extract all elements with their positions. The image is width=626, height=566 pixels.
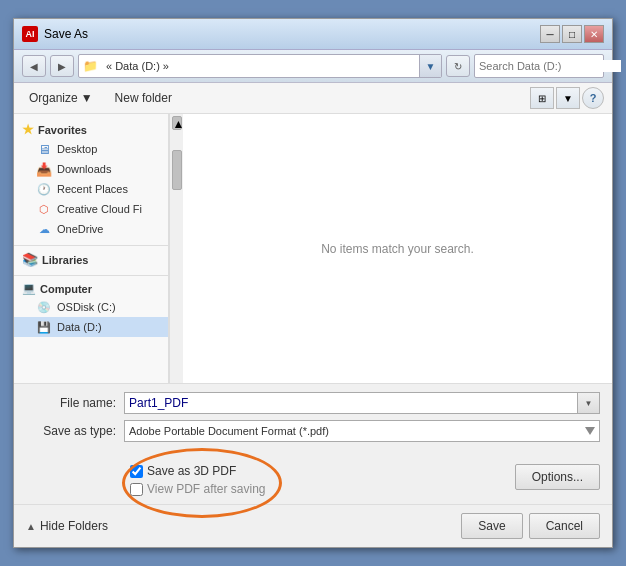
- title-bar-left: AI Save As: [22, 26, 88, 42]
- scroll-up-arrow[interactable]: ▲: [172, 116, 182, 130]
- viewpdf-checkbox[interactable]: [130, 483, 143, 496]
- main-content-area: No items match your search.: [183, 114, 612, 383]
- filename-row: File name: ▼: [26, 392, 600, 414]
- view-controls: ⊞ ▼ ?: [530, 87, 604, 109]
- close-button[interactable]: ✕: [584, 25, 604, 43]
- savetype-row: Save as type: Adobe Portable Document Fo…: [26, 420, 600, 442]
- options-button[interactable]: Options...: [515, 464, 600, 490]
- desktop-icon: 🖥: [36, 142, 52, 156]
- libraries-header: 📚 Libraries: [14, 248, 168, 269]
- organize-button[interactable]: Organize ▼: [22, 88, 100, 108]
- back-button[interactable]: ◀: [22, 55, 46, 77]
- empty-message: No items match your search.: [321, 242, 474, 256]
- title-bar: AI Save As ─ □ ✕: [14, 19, 612, 50]
- help-button[interactable]: ?: [582, 87, 604, 109]
- onedrive-icon: ☁: [36, 222, 52, 236]
- options-button-container: Options...: [515, 464, 600, 490]
- scrollbar-thumb[interactable]: [172, 150, 182, 190]
- forward-button[interactable]: ▶: [50, 55, 74, 77]
- sidebar-item-creative-cloud[interactable]: ⬡ Creative Cloud Fi: [14, 199, 168, 219]
- action-bar: Organize ▼ New folder ⊞ ▼ ?: [14, 83, 612, 114]
- sidebar-item-downloads[interactable]: 📥 Downloads: [14, 159, 168, 179]
- organize-label: Organize: [29, 91, 78, 105]
- address-bar[interactable]: 📁 ▼: [78, 54, 442, 78]
- new-folder-label: New folder: [115, 91, 172, 105]
- save3d-checkbox-item: Save as 3D PDF: [130, 464, 236, 478]
- divider-2: [14, 275, 168, 276]
- recent-places-icon: 🕐: [36, 182, 52, 196]
- save-as-dialog: AI Save As ─ □ ✕ ◀ ▶ 📁 ▼ ↻ 🔍 Organize ▼: [13, 18, 613, 548]
- content-area: ★ Favorites 🖥 Desktop 📥 Downloads 🕐 Rece…: [14, 114, 612, 384]
- computer-header: 💻 Computer: [14, 278, 168, 297]
- viewpdf-label: View PDF after saving: [147, 482, 266, 496]
- filename-dropdown[interactable]: ▼: [578, 392, 600, 414]
- downloads-icon: 📥: [36, 162, 52, 176]
- data-disk-icon: 💾: [36, 320, 52, 334]
- options-area: Options... Save as 3D PDF View PDF after…: [14, 456, 612, 504]
- cancel-button[interactable]: Cancel: [529, 513, 600, 539]
- computer-icon: 💻: [22, 282, 36, 295]
- view-button[interactable]: ⊞: [530, 87, 554, 109]
- refresh-button[interactable]: ↻: [446, 55, 470, 77]
- search-input[interactable]: [475, 60, 621, 72]
- minimize-button[interactable]: ─: [540, 25, 560, 43]
- sidebar-item-desktop[interactable]: 🖥 Desktop: [14, 139, 168, 159]
- organize-dropdown-icon: ▼: [81, 91, 93, 105]
- save3d-checkbox[interactable]: [130, 465, 143, 478]
- hide-folders-button[interactable]: ▲ Hide Folders: [26, 519, 108, 533]
- search-icon[interactable]: 🔍: [621, 60, 626, 73]
- address-toolbar: ◀ ▶ 📁 ▼ ↻ 🔍: [14, 50, 612, 83]
- filename-label: File name:: [26, 396, 116, 410]
- action-buttons: Save Cancel: [461, 513, 600, 539]
- filename-input[interactable]: [124, 392, 578, 414]
- triangle-icon: ▲: [26, 521, 36, 532]
- address-dropdown[interactable]: ▼: [419, 55, 441, 77]
- restore-button[interactable]: □: [562, 25, 582, 43]
- sidebar-item-data[interactable]: 💾 Data (D:): [14, 317, 168, 337]
- sidebar-item-osdisk[interactable]: 💿 OSDisk (C:): [14, 297, 168, 317]
- new-folder-button[interactable]: New folder: [108, 88, 179, 108]
- address-input[interactable]: [102, 60, 419, 72]
- app-icon: AI: [22, 26, 38, 42]
- main-pane: No items match your search.: [183, 114, 612, 383]
- title-controls: ─ □ ✕: [540, 25, 604, 43]
- save3d-label: Save as 3D PDF: [147, 464, 236, 478]
- view-dropdown[interactable]: ▼: [556, 87, 580, 109]
- sidebar: ★ Favorites 🖥 Desktop 📥 Downloads 🕐 Rece…: [14, 114, 169, 383]
- filename-input-wrapper: ▼: [124, 392, 600, 414]
- bottom-form: File name: ▼ Save as type: Adobe Portabl…: [14, 384, 612, 456]
- folder-icon: 📁: [79, 59, 102, 73]
- sidebar-item-recent-places[interactable]: 🕐 Recent Places: [14, 179, 168, 199]
- creative-cloud-icon: ⬡: [36, 202, 52, 216]
- osdisk-icon: 💿: [36, 300, 52, 314]
- divider-1: [14, 245, 168, 246]
- savetype-input-wrapper: Adobe Portable Document Format (*.pdf): [124, 420, 600, 442]
- dialog-title: Save As: [44, 27, 88, 41]
- libraries-icon: 📚: [22, 252, 38, 267]
- search-box[interactable]: 🔍: [474, 54, 604, 78]
- savetype-label: Save as type:: [26, 424, 116, 438]
- sidebar-scrollbar[interactable]: ▲: [169, 114, 183, 383]
- bottom-buttons: ▲ Hide Folders Save Cancel: [14, 504, 612, 547]
- star-icon: ★: [22, 122, 34, 137]
- save-button[interactable]: Save: [461, 513, 522, 539]
- favorites-header: ★ Favorites: [14, 118, 168, 139]
- savetype-select[interactable]: Adobe Portable Document Format (*.pdf): [124, 420, 600, 442]
- hide-folders-label: Hide Folders: [40, 519, 108, 533]
- viewpdf-checkbox-item: View PDF after saving: [130, 482, 266, 496]
- sidebar-item-onedrive[interactable]: ☁ OneDrive: [14, 219, 168, 239]
